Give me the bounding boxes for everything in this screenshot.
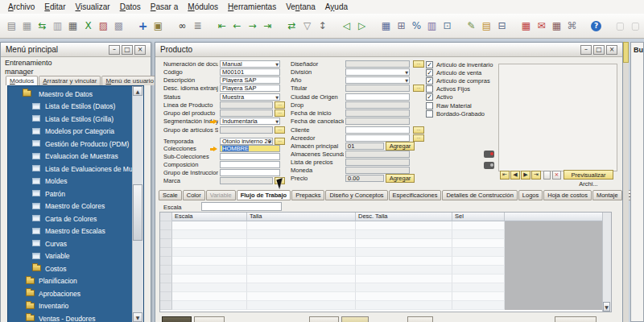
grid-cell[interactable] xyxy=(247,283,356,292)
export-pdf-icon[interactable]: ▨ xyxy=(96,19,111,34)
dropdown-arrow-icon[interactable]: ▼ xyxy=(268,139,271,144)
tree-item-maestro-de-datos[interactable]: Maestro de Datos xyxy=(8,88,143,100)
field-precio[interactable]: 0.00 xyxy=(345,175,384,182)
field-grupo-de-art-culos-sa[interactable] xyxy=(220,126,273,134)
tab-prepacks[interactable]: Prepacks xyxy=(291,190,324,200)
table-row[interactable] xyxy=(160,292,611,301)
grid-cell[interactable] xyxy=(356,257,452,266)
journal-entry-icon[interactable]: ▥ xyxy=(424,19,440,34)
grid-cell[interactable] xyxy=(247,292,356,301)
calendar-icon[interactable]: ▦ xyxy=(549,19,564,34)
base-document-icon[interactable]: ⊡ xyxy=(440,19,455,34)
tab-flujo-de-trabajo[interactable]: Flujo de Trabajo xyxy=(237,190,291,200)
browse-button[interactable]: ... xyxy=(413,126,424,134)
field-grupo-del-producto[interactable] xyxy=(220,109,273,117)
previous-record-icon[interactable]: ← xyxy=(229,19,245,34)
link-arrow-icon[interactable] xyxy=(210,146,218,152)
field-cliente[interactable] xyxy=(345,126,410,134)
sidebar-tab-módulos[interactable]: Módulos xyxy=(6,76,38,85)
field-status[interactable]: Muestra▼ xyxy=(220,93,280,101)
refresh-icon[interactable]: ⇆ xyxy=(35,19,50,34)
menu-módulos[interactable]: Módulos xyxy=(183,2,223,12)
alerts-icon[interactable]: ▦ xyxy=(518,19,534,34)
field-drop[interactable] xyxy=(345,101,410,109)
payment-means-icon[interactable]: ⊞ xyxy=(394,19,409,34)
dropdown-arrow-icon[interactable]: ▼ xyxy=(405,70,408,75)
row-header-cell[interactable] xyxy=(160,266,172,275)
row-header-cell[interactable] xyxy=(160,248,172,257)
grid-cell[interactable] xyxy=(452,239,505,248)
grid-cell[interactable] xyxy=(452,257,505,266)
field-moneda[interactable] xyxy=(345,167,410,174)
refresh-record-icon[interactable]: ⇄ xyxy=(284,19,299,34)
field-a-o[interactable]: ▼ xyxy=(345,76,410,84)
menu-archivo[interactable]: Archivo xyxy=(3,2,39,12)
tab-dise-o-y-conceptos[interactable]: Diseño y Conceptos xyxy=(325,190,387,200)
browse-button[interactable]: ... xyxy=(413,60,424,68)
tree-item-costos[interactable]: Costos xyxy=(8,262,143,275)
gross-profit-icon[interactable]: % xyxy=(409,19,424,34)
grid-cell[interactable] xyxy=(452,283,505,292)
field-temporada[interactable]: Otonio invierno 201▼ xyxy=(220,138,273,145)
tab-especificaciones[interactable]: Especificaciones xyxy=(389,190,442,200)
escala-input[interactable] xyxy=(201,202,282,211)
grid-scrollbar[interactable]: ▼ xyxy=(602,213,611,312)
query-icon[interactable]: ⊟ xyxy=(494,19,510,34)
row-header-cell[interactable] xyxy=(160,275,172,283)
tree-item-maestro-de-colores[interactable]: Maestro de Colores xyxy=(8,200,143,213)
grid-cell[interactable] xyxy=(356,230,452,239)
row-header-cell[interactable] xyxy=(160,221,172,230)
print-preview-icon[interactable]: ▤ xyxy=(4,19,19,34)
bottom-button-4[interactable] xyxy=(341,316,369,322)
tree-item-curvas[interactable]: Curvas xyxy=(8,237,143,250)
tree-item-lista-de-estilos-grilla-[interactable]: Lista de Estilos (Grilla) xyxy=(8,113,143,125)
field-c-digo[interactable]: M00101 xyxy=(220,68,280,76)
grid-cell[interactable] xyxy=(247,248,356,257)
field-ciudad-de-origen[interactable] xyxy=(345,93,410,101)
tree-item-planificacion[interactable]: Planificacion xyxy=(8,275,143,287)
log-icon[interactable]: ≣ xyxy=(190,19,205,34)
tree-item-maestro-de-escalas[interactable]: Maestro de Escalas xyxy=(8,225,143,237)
print-icon[interactable]: ▦ xyxy=(19,19,35,34)
first-image-icon[interactable]: ⇤ xyxy=(500,171,510,180)
tab-detalles-de-construcci-n[interactable]: Detalles de Construcción xyxy=(442,190,517,200)
grid-cell[interactable] xyxy=(172,230,247,239)
preview-file-button[interactable]: Previsualizar Archi... xyxy=(564,170,613,180)
grid-cell[interactable] xyxy=(356,275,452,283)
grid-cell[interactable] xyxy=(356,221,452,230)
grid-cell[interactable] xyxy=(452,248,505,257)
table-row[interactable] xyxy=(160,266,611,275)
field-marca[interactable] xyxy=(220,177,273,184)
attachment-icon[interactable]: ▢ xyxy=(613,19,628,34)
field-sub-colecciones[interactable] xyxy=(220,153,280,160)
menu-ventana[interactable]: Ventana xyxy=(281,2,320,12)
tab-color[interactable]: Color xyxy=(183,190,205,200)
export-file-icon[interactable]: ▩ xyxy=(111,19,126,34)
find-icon[interactable]: ∞ xyxy=(175,19,190,34)
field-l-nea-de-producto[interactable] xyxy=(220,101,273,109)
grid-column-header[interactable]: Sel xyxy=(452,213,505,221)
grid-column-header[interactable]: Escala xyxy=(172,213,247,221)
grid-cell[interactable] xyxy=(172,257,247,266)
field-colecciones[interactable]: HOMBRE xyxy=(220,145,280,152)
menu-ayuda[interactable]: Ayuda xyxy=(320,2,353,12)
tab-variable[interactable]: Variable xyxy=(206,190,236,200)
checkbox-activos-fijos[interactable] xyxy=(426,85,433,93)
grid-cell[interactable] xyxy=(356,248,452,257)
grid-cell[interactable] xyxy=(172,301,247,310)
tree-item-gesti-n-de-producto-pdm-[interactable]: Gestión de Producto (PDM) xyxy=(8,138,143,150)
menu-editar[interactable]: Editar xyxy=(39,2,70,12)
field-segmentaci-n-ind-y[interactable]: Indumentaria▼ xyxy=(220,118,280,125)
browse-button[interactable]: ... xyxy=(275,138,285,145)
next-document-icon[interactable]: ▷ xyxy=(354,19,369,34)
tree-item-modelos-por-categoria[interactable]: Modelos por Categoria xyxy=(8,126,143,138)
tree-item-ventas-deudores[interactable]: Ventas - Deudores xyxy=(8,312,143,322)
grid-cell[interactable] xyxy=(356,283,452,292)
grid-cell[interactable] xyxy=(452,301,505,310)
edit-icon[interactable]: ✎ xyxy=(464,19,479,34)
menu-pasar-a[interactable]: Pasar a xyxy=(146,2,183,12)
tab-montaje[interactable]: Montaje xyxy=(592,190,622,200)
browse-button[interactable]: ... xyxy=(275,101,285,109)
menu-herramientas[interactable]: Herramientas xyxy=(223,2,281,12)
messages-icon[interactable]: ✉ xyxy=(534,19,549,34)
